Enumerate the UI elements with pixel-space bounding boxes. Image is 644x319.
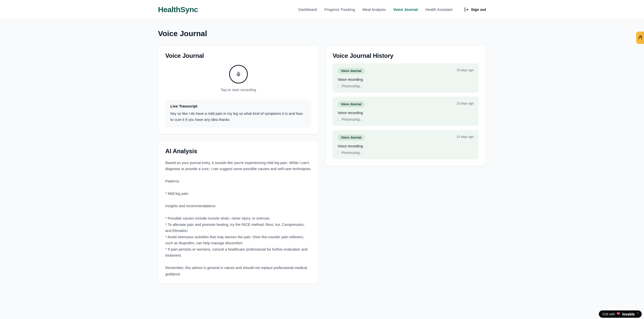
entry-processing-status: Processing... xyxy=(338,117,474,121)
lovable-badge-prefix: Edit with xyxy=(603,312,615,316)
entry-title: Voice recording xyxy=(338,77,474,82)
sign-out-label: Sign out xyxy=(471,7,486,12)
recorder-card-title: Voice Journal xyxy=(165,52,311,59)
live-transcript-text: hey so like I do have a mild pain in my … xyxy=(170,111,306,123)
history-card-title: Voice Journal History xyxy=(333,52,479,59)
nav-item-health-assistant[interactable]: Health Assistant xyxy=(425,7,452,12)
ai-analysis-body: Based on your journal entry, it sounds l… xyxy=(165,160,311,277)
history-entry[interactable]: Voice Journal 15 days ago Voice recordin… xyxy=(333,63,479,93)
gradient-heart-icon xyxy=(617,312,621,316)
nav-item-meal-analysis[interactable]: Meal Analysis xyxy=(362,7,386,12)
ai-analysis-card: AI Analysis Based on your journal entry,… xyxy=(158,141,319,284)
entry-title: Voice recording xyxy=(338,144,474,148)
app-logo[interactable]: HealthSync xyxy=(158,5,198,14)
live-transcript-title: Live Transcript xyxy=(170,104,306,108)
entry-timestamp: 15 days ago xyxy=(457,68,474,72)
nav-item-voice-journal[interactable]: Voice Journal xyxy=(393,7,418,12)
sign-out-button[interactable]: Sign out xyxy=(464,7,486,12)
main-nav: Dashboard Progress Tracking Meal Analysi… xyxy=(298,7,486,12)
lovable-brand-label: lovable xyxy=(622,312,635,316)
app-header: HealthSync Dashboard Progress Tracking M… xyxy=(0,0,644,19)
log-out-icon xyxy=(464,7,469,12)
voice-journal-history-card: Voice Journal History Voice Journal 15 d… xyxy=(325,45,486,166)
page-title: Voice Journal xyxy=(158,29,486,38)
history-entry-list: Voice Journal 15 days ago Voice recordin… xyxy=(333,63,479,159)
microphone-icon xyxy=(231,67,246,82)
history-entry[interactable]: Voice Journal 15 days ago Voice recordin… xyxy=(333,130,479,159)
lambda-logo-icon xyxy=(637,35,643,41)
entry-timestamp: 15 days ago xyxy=(457,135,474,139)
entry-processing-status: Processing... xyxy=(338,151,474,155)
ai-analysis-title: AI Analysis xyxy=(165,148,311,155)
browser-extension-edge-button[interactable] xyxy=(636,32,644,44)
history-entry[interactable]: Voice Journal 15 days ago Voice recordin… xyxy=(333,97,479,126)
live-transcript-box: Live Transcript hey so like I do have a … xyxy=(165,99,311,127)
tap-to-record-hint: Tap to start recording xyxy=(165,88,311,92)
entry-processing-status: Processing... xyxy=(338,84,474,88)
nav-item-progress-tracking[interactable]: Progress Tracking xyxy=(325,7,355,12)
entry-type-badge: Voice Journal xyxy=(338,68,365,74)
entry-timestamp: 15 days ago xyxy=(457,102,474,105)
entry-title: Voice recording xyxy=(338,111,474,115)
record-button[interactable] xyxy=(229,65,248,84)
main-content: Voice Journal Voice Journal xyxy=(158,19,486,284)
close-icon[interactable]: × xyxy=(637,311,639,314)
voice-recorder-card: Voice Journal Tap to start recording xyxy=(158,45,319,134)
entry-type-badge: Voice Journal xyxy=(338,135,365,141)
entry-type-badge: Voice Journal xyxy=(338,101,365,107)
nav-item-dashboard[interactable]: Dashboard xyxy=(298,7,317,12)
edit-with-lovable-badge[interactable]: Edit with lovable × xyxy=(599,310,642,318)
